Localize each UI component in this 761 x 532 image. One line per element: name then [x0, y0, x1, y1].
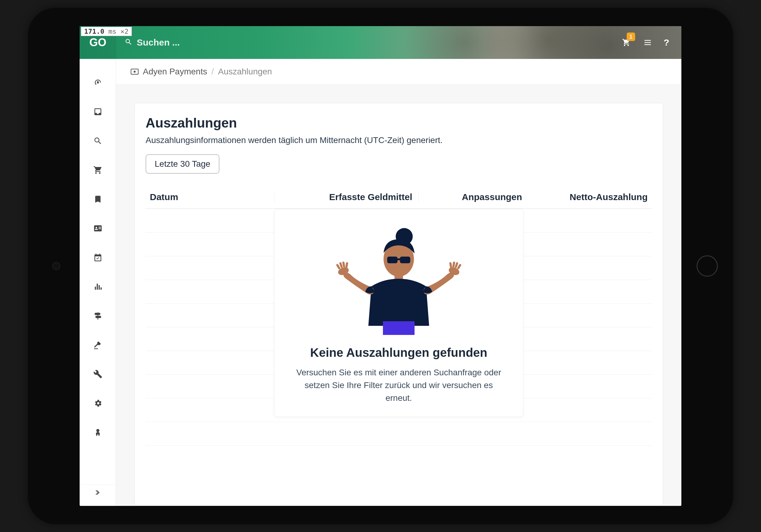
th-date: Datum — [150, 192, 274, 202]
sidebar-item-cart[interactable] — [80, 155, 116, 185]
search-icon — [125, 38, 137, 47]
cart-button[interactable]: 1 — [621, 37, 631, 48]
tablet-body: 171.0 ms ×2 GO 1 — [28, 8, 733, 524]
sidebar-item-inbox[interactable] — [80, 97, 116, 126]
body-area: Adyen Payments / Auszahlungen Auszahlung… — [80, 59, 681, 506]
breadcrumb: Adyen Payments / Auszahlungen — [116, 59, 681, 85]
table-rows: Keine Auszahlungen gefunden Versuchen Si… — [146, 209, 652, 446]
tablet-camera — [52, 262, 60, 270]
sidebar — [80, 59, 116, 506]
svg-rect-4 — [387, 257, 397, 263]
page-subtitle: Auszahlungsinformationen werden täglich … — [146, 135, 652, 145]
perf-unit: ms — [108, 27, 116, 35]
sidebar-item-signpost[interactable] — [80, 301, 116, 330]
empty-state: Keine Auszahlungen gefunden Versuchen Si… — [274, 209, 523, 417]
page-title: Auszahlungen — [146, 115, 652, 131]
date-filter-button[interactable]: Letzte 30 Tage — [146, 154, 219, 174]
sidebar-item-wrench[interactable] — [80, 359, 116, 389]
sidebar-item-gears[interactable] — [80, 389, 116, 418]
table-row — [146, 422, 652, 446]
svg-rect-5 — [400, 257, 410, 263]
sidebar-item-chart[interactable] — [80, 272, 116, 301]
payouts-card: Auszahlungen Auszahlungsinformationen we… — [134, 103, 663, 506]
sidebar-item-search[interactable] — [80, 126, 116, 155]
perf-badge: 171.0 ms ×2 — [81, 27, 132, 36]
app-screen: 171.0 ms ×2 GO 1 — [80, 26, 681, 506]
content-wrap: Auszahlungen Auszahlungsinformationen we… — [116, 85, 681, 506]
empty-title: Keine Auszahlungen gefunden — [291, 346, 507, 359]
table-header: Datum Erfasste Geldmittel Anpassungen Ne… — [146, 186, 652, 209]
empty-illustration — [291, 226, 507, 335]
sidebar-expand-button[interactable] — [80, 485, 116, 500]
th-captured: Erfasste Geldmittel — [274, 192, 419, 202]
list-button[interactable] — [642, 37, 653, 48]
breadcrumb-current: Auszahlungen — [218, 67, 272, 77]
svg-rect-6 — [397, 258, 400, 260]
sidebar-item-id-card[interactable] — [80, 214, 116, 243]
topbar: GO 1 ? — [80, 26, 681, 59]
tablet-home-button[interactable] — [697, 255, 718, 277]
sidebar-item-gavel[interactable] — [80, 330, 116, 359]
sidebar-item-bookmark[interactable] — [80, 185, 116, 214]
empty-text: Versuchen Sie es mit einer anderen Sucha… — [291, 366, 507, 404]
cart-badge: 1 — [627, 32, 635, 41]
sidebar-item-dashboard[interactable] — [80, 68, 116, 97]
money-icon — [131, 69, 139, 75]
sidebar-item-calendar[interactable] — [80, 243, 116, 272]
topbar-right: 1 ? — [621, 37, 681, 48]
perf-mult: ×2 — [120, 27, 129, 35]
svg-rect-8 — [383, 321, 415, 335]
help-button[interactable]: ? — [664, 37, 669, 48]
payouts-table: Datum Erfasste Geldmittel Anpassungen Ne… — [146, 186, 652, 446]
th-adjustments: Anpassungen — [419, 192, 528, 202]
perf-ms: 171.0 — [84, 27, 104, 35]
sidebar-item-person[interactable] — [80, 418, 116, 447]
th-net: Netto-Auszahlung — [528, 192, 648, 202]
search-wrap — [116, 37, 621, 48]
svg-point-1 — [134, 71, 136, 73]
search-input[interactable] — [137, 37, 258, 48]
main-content: Adyen Payments / Auszahlungen Auszahlung… — [116, 59, 681, 506]
breadcrumb-root[interactable]: Adyen Payments — [143, 67, 207, 77]
breadcrumb-sep: / — [211, 67, 214, 77]
tablet-frame: 171.0 ms ×2 GO 1 — [0, 0, 761, 532]
